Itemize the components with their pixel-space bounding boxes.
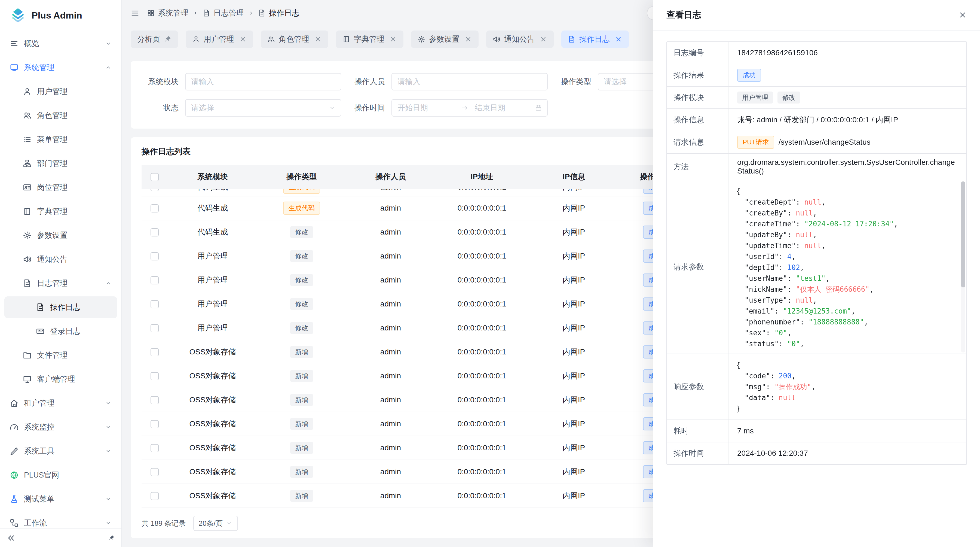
tab-6[interactable]: 操作日志: [561, 30, 629, 48]
cell-ip-address: 0:0:0:0:0:0:0:1: [436, 189, 528, 196]
tab-close-icon[interactable]: [314, 35, 322, 43]
row-checkbox[interactable]: [151, 420, 159, 428]
collapse-sidebar-icon[interactable]: [6, 534, 15, 542]
scrollbar-thumb[interactable]: [961, 182, 965, 287]
row-checkbox[interactable]: [151, 396, 159, 404]
filter-system-module-input[interactable]: [185, 73, 341, 91]
row-checkbox[interactable]: [151, 189, 159, 191]
row-checkbox[interactable]: [151, 276, 159, 284]
cell-operator: admin: [346, 388, 436, 412]
filter-operator-input[interactable]: [391, 73, 548, 91]
cell-ip-address: 0:0:0:0:0:0:0:1: [436, 364, 528, 388]
detail-row: 操作时间2024-10-06 12:20:37: [667, 442, 966, 464]
sidebar-pin-icon[interactable]: [108, 535, 115, 541]
row-checkbox[interactable]: [151, 348, 159, 356]
detail-row: 操作信息账号: admin / 研发部门 / 0:0:0:0:0:0:0:1 /…: [667, 109, 966, 131]
column-header: 操作类型: [258, 165, 346, 189]
row-checkbox[interactable]: [151, 300, 159, 308]
page-size-select[interactable]: 20条/页: [193, 516, 238, 531]
filter-status-select[interactable]: 请选择: [185, 99, 341, 116]
sidebar-item-notice[interactable]: 通知公告: [4, 249, 117, 270]
code-scrollbar[interactable]: [961, 182, 965, 352]
row-checkbox[interactable]: [151, 252, 159, 260]
row-checkbox[interactable]: [151, 492, 159, 500]
pin-icon[interactable]: [164, 35, 172, 43]
sidebar-item-label: 租户管理: [24, 398, 54, 408]
tab-close-icon[interactable]: [465, 35, 472, 43]
log-detail-drawer: 查看日志 日志编号1842781986426159106操作结果成功操作模块用户…: [653, 0, 980, 547]
cell-ip-address: 0:0:0:0:0:0:0:1: [436, 388, 528, 412]
tab-label: 通知公告: [504, 34, 535, 45]
cell-operator: admin: [346, 244, 436, 268]
row-checkbox[interactable]: [151, 444, 159, 452]
tab-close-icon[interactable]: [539, 35, 547, 43]
tab-0[interactable]: 分析页: [130, 30, 178, 48]
row-checkbox[interactable]: [151, 204, 159, 212]
drawer-body: 日志编号1842781986426159106操作结果成功操作模块用户管理修改操…: [653, 30, 980, 547]
detail-table: 日志编号1842781986426159106操作结果成功操作模块用户管理修改操…: [667, 41, 967, 465]
cell-system-module: OSS对象存储: [168, 484, 258, 508]
sidebar-item-depts[interactable]: 部门管理: [4, 153, 117, 174]
detail-value: 成功: [729, 64, 966, 86]
sidebar-item-workflow[interactable]: 工作流: [4, 512, 117, 528]
cell-operator: admin: [346, 484, 436, 508]
cell-operator: admin: [346, 189, 436, 196]
chevron-up-icon: [105, 280, 111, 287]
breadcrumb-item[interactable]: 日志管理: [202, 8, 244, 18]
cell-ip-address: 0:0:0:0:0:0:0:1: [436, 316, 528, 340]
sidebar-item-tools[interactable]: 系统工具: [4, 440, 117, 462]
breadcrumb-item[interactable]: 系统管理: [147, 8, 188, 18]
sidebar-item-clients[interactable]: 客户端管理: [4, 368, 117, 390]
detail-value: 7 ms: [729, 420, 966, 442]
tab-1[interactable]: 用户管理: [186, 30, 253, 48]
sidebar-item-roles[interactable]: 角色管理: [4, 105, 117, 126]
cell-ip-address: 0:0:0:0:0:0:0:1: [436, 460, 528, 484]
sidebar-item-files[interactable]: 文件管理: [4, 344, 117, 366]
sidebar-item-label: 字典管理: [37, 206, 67, 217]
sidebar-item-posts[interactable]: 岗位管理: [4, 177, 117, 198]
tab-close-icon[interactable]: [239, 35, 247, 43]
chevron-down-icon: [105, 400, 111, 407]
row-checkbox[interactable]: [151, 372, 159, 380]
sidebar-item-monitoring[interactable]: 系统监控: [4, 416, 117, 438]
filter-operation-time-daterange[interactable]: 开始日期结束日期: [391, 99, 548, 116]
tab-4[interactable]: 参数设置: [411, 30, 479, 48]
sidebar-item-menus[interactable]: 菜单管理: [4, 129, 117, 150]
sidebar-item-system[interactable]: 系统管理: [4, 57, 117, 78]
sidebar-item-plus-site[interactable]: PLUS官网: [4, 464, 117, 486]
detail-tag: 用户管理: [737, 91, 773, 104]
breadcrumb-item[interactable]: 操作日志: [258, 8, 299, 18]
tab-5[interactable]: 通知公告: [486, 30, 554, 48]
sidebar-menu: 概览系统管理用户管理角色管理菜单管理部门管理岗位管理字典管理参数设置通知公告日志…: [0, 30, 121, 528]
operation-type-tag: 修改: [290, 250, 313, 262]
row-checkbox[interactable]: [151, 228, 159, 236]
detail-value: org.dromara.system.controller.system.Sys…: [729, 154, 966, 180]
close-icon[interactable]: [958, 11, 967, 19]
sidebar-item-users[interactable]: 用户管理: [4, 81, 117, 102]
tab-2[interactable]: 角色管理: [261, 30, 328, 48]
sidebar-item-login-log[interactable]: 登录日志: [4, 321, 117, 342]
breadcrumb-label: 系统管理: [158, 8, 188, 18]
sidebar-item-test-menu[interactable]: 测试菜单: [4, 488, 117, 510]
filter-label: 操作类型: [554, 77, 591, 87]
row-checkbox[interactable]: [151, 468, 159, 476]
cell-system-module: 用户管理: [168, 292, 258, 316]
sidebar-item-dicts[interactable]: 字典管理: [4, 201, 117, 222]
tab-close-icon[interactable]: [615, 35, 622, 43]
cell-system-module: 代码生成: [168, 220, 258, 244]
row-checkbox[interactable]: [151, 324, 159, 332]
cell-system-module: OSS对象存储: [168, 364, 258, 388]
sidebar-item-tenants[interactable]: 租户管理: [4, 392, 117, 414]
operation-type-tag: 新增: [290, 394, 313, 406]
hamburger-menu-icon[interactable]: [130, 9, 139, 18]
cell-ip-info: 内网IP: [528, 436, 620, 460]
sidebar-item-operation-log[interactable]: 操作日志: [4, 297, 117, 318]
sidebar-item-params[interactable]: 参数设置: [4, 225, 117, 246]
select-all-checkbox[interactable]: [151, 173, 159, 181]
tab-close-icon[interactable]: [389, 35, 397, 43]
detail-tag: 修改: [778, 91, 800, 104]
sidebar-item-overview[interactable]: 概览: [4, 33, 117, 54]
sidebar-item-logs[interactable]: 日志管理: [4, 273, 117, 294]
cell-system-module: 用户管理: [168, 244, 258, 268]
tab-3[interactable]: 字典管理: [336, 30, 403, 48]
